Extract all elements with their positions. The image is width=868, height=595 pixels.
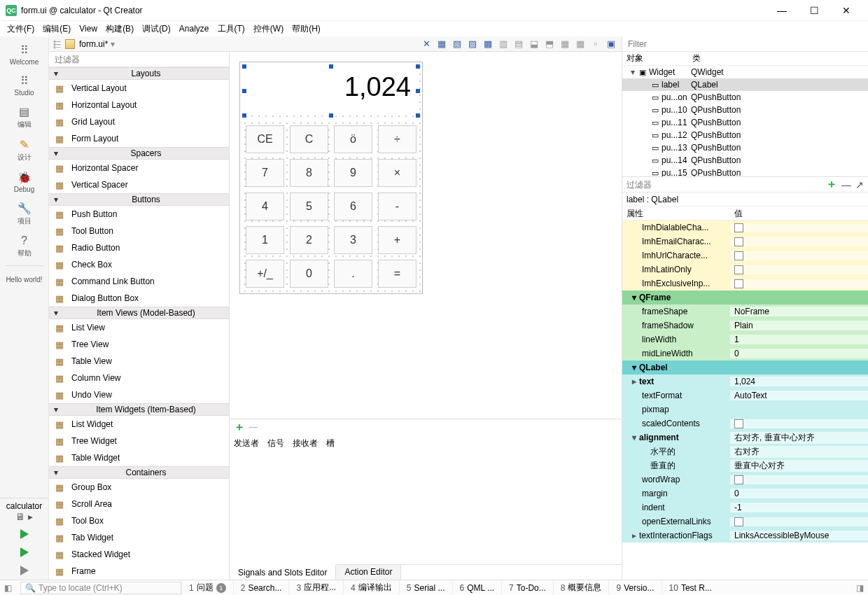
widget-item[interactable]: ▦Table View	[49, 353, 229, 370]
widget-item[interactable]: ▦List Widget	[49, 416, 229, 433]
widget-item[interactable]: ▦Tool Box	[49, 512, 229, 529]
widget-group[interactable]: ▾Item Views (Model-Based)	[49, 307, 229, 319]
property-row[interactable]: midLineWidth0	[622, 346, 868, 360]
object-row[interactable]: ▭pu...11QPushButton	[622, 116, 868, 129]
checkbox[interactable]	[734, 251, 743, 260]
run-debug-button[interactable]	[0, 543, 48, 561]
property-row[interactable]: ImhLatinOnly	[622, 262, 868, 276]
widget-group[interactable]: ▾Buttons	[49, 193, 229, 206]
menu-item[interactable]: Analyze	[179, 24, 209, 34]
checkbox[interactable]	[734, 237, 743, 246]
close-output-icon[interactable]: ◨	[852, 583, 868, 593]
property-row[interactable]: ▸text1,024	[622, 374, 868, 388]
property-row[interactable]: ImhEmailCharac...	[622, 234, 868, 248]
object-row[interactable]: ▭pu...15QPushButton	[622, 167, 868, 176]
maximize-button[interactable]: ☐	[798, 0, 830, 21]
widget-item[interactable]: ▦Table Widget	[49, 449, 229, 466]
menu-item[interactable]: 构建(B)	[106, 23, 134, 35]
calc-key[interactable]: 2	[290, 226, 328, 254]
calc-key[interactable]: 5	[290, 192, 328, 220]
widget-item[interactable]: ▦Vertical Spacer	[49, 176, 229, 193]
property-row[interactable]: ▸textInteractionFlagsLinksAccessibleByMo…	[622, 528, 868, 542]
locator-input[interactable]: 🔍 Type to locate (Ctrl+K)	[20, 582, 181, 594]
edit-buddies-icon[interactable]: ▨	[466, 38, 479, 50]
object-filter-input[interactable]	[622, 36, 868, 51]
widget-item[interactable]: ▦Tree Widget	[49, 433, 229, 449]
form-widget[interactable]: 1,024 CECö÷789×456-123++/_0.=	[239, 62, 423, 294]
calc-key[interactable]: +	[378, 226, 416, 254]
widget-item[interactable]: ▦Scroll Area	[49, 496, 229, 512]
property-row[interactable]: openExternalLinks	[622, 514, 868, 528]
back-icon[interactable]: ⬱	[53, 39, 61, 49]
calc-key[interactable]: 6	[334, 192, 372, 220]
layout-v-icon[interactable]: ▤	[512, 38, 525, 50]
widget-item[interactable]: ▦Push Button	[49, 206, 229, 223]
calc-key[interactable]: -	[378, 192, 416, 220]
widget-group[interactable]: ▾Layouts	[49, 67, 229, 80]
output-pane-tab[interactable]: 3 应用程...	[288, 580, 343, 595]
signal-column[interactable]: 接收者	[293, 438, 318, 449]
calc-key[interactable]: 4	[246, 192, 284, 220]
add-connection-button[interactable]: ＋	[234, 420, 245, 435]
calc-key[interactable]: C	[290, 125, 328, 153]
property-row[interactable]: 垂直的垂直中心对齐	[622, 458, 868, 472]
signal-column[interactable]: 发送者	[234, 438, 259, 449]
mode-项目[interactable]: 🔧项目	[0, 197, 49, 230]
output-pane-tab[interactable]: 9 Versio...	[608, 580, 661, 595]
widget-group[interactable]: ▾Containers	[49, 466, 229, 479]
property-row[interactable]: margin0	[622, 486, 868, 500]
prop-col-value[interactable]: 值	[730, 206, 868, 220]
object-inspector[interactable]: 对象 类 ▾▣WidgetQWidget▭labelQLabel▭pu...on…	[622, 52, 868, 176]
calc-key[interactable]: 0	[290, 260, 328, 288]
widgetbox-filter-input[interactable]	[49, 52, 229, 66]
widget-item[interactable]: ▦Undo View	[49, 386, 229, 403]
property-row[interactable]: textFormatAutoText	[622, 388, 868, 402]
widget-group[interactable]: ▾Spacers	[49, 147, 229, 160]
menu-item[interactable]: 编辑(E)	[43, 23, 71, 35]
property-row[interactable]: pixmap	[622, 402, 868, 416]
widget-item[interactable]: ▦Horizontal Spacer	[49, 160, 229, 176]
object-row[interactable]: ▭pu...onQPushButton	[622, 91, 868, 104]
property-row[interactable]: ImhDialableCha...	[622, 220, 868, 234]
property-row[interactable]: ImhUrlCharacte...	[622, 248, 868, 262]
property-row[interactable]: scaledContents	[622, 416, 868, 430]
property-row[interactable]: ▾alignment右对齐, 垂直中心对齐	[622, 430, 868, 444]
output-pane-tab[interactable]: 8 概要信息	[553, 580, 609, 595]
widget-item[interactable]: ▦Check Box	[49, 256, 229, 273]
obj-col-class[interactable]: 类	[688, 52, 868, 64]
property-row[interactable]: wordWrap	[622, 472, 868, 486]
checkbox[interactable]	[734, 265, 743, 274]
mode-studio[interactable]: ⠿Studio	[0, 70, 49, 101]
calc-key[interactable]: 9	[334, 159, 372, 187]
checkbox[interactable]	[734, 419, 743, 428]
output-pane-tab[interactable]: 5 Serial ...	[399, 580, 452, 595]
remove-connection-button[interactable]: —	[249, 422, 258, 432]
close-button[interactable]: ✕	[830, 0, 862, 21]
object-row[interactable]: ▭pu...12QPushButton	[622, 129, 868, 141]
edit-widgets-icon[interactable]: ▦	[435, 38, 448, 50]
property-row[interactable]: ImhExclusiveInp...	[622, 276, 868, 290]
mode-编辑[interactable]: ▤编辑	[0, 101, 49, 134]
mode-帮助[interactable]: ?帮助	[0, 230, 49, 262]
property-row[interactable]: indent-1	[622, 500, 868, 514]
document-name[interactable]: form.ui*	[79, 39, 108, 49]
obj-col-object[interactable]: 对象	[622, 52, 688, 64]
output-pane-tab[interactable]: 7 To-Do...	[501, 580, 553, 595]
object-row[interactable]: ▭pu...10QPushButton	[622, 104, 868, 116]
checkbox[interactable]	[734, 475, 743, 484]
calc-key[interactable]: 8	[290, 159, 328, 187]
output-pane-tab[interactable]: 2 Search...	[233, 580, 289, 595]
layout-vsplit-icon[interactable]: ⬒	[543, 38, 556, 50]
minimize-button[interactable]: —	[766, 0, 798, 21]
edit-tab-order-icon[interactable]: ▩	[482, 38, 494, 50]
widget-group[interactable]: ▾Item Widgets (Item-Based)	[49, 403, 229, 416]
menu-item[interactable]: 文件(F)	[7, 23, 34, 35]
mode-设计[interactable]: ✎设计	[0, 134, 49, 167]
widget-item[interactable]: ▦Tree View	[49, 336, 229, 353]
signal-column[interactable]: 槽	[326, 438, 335, 449]
property-group[interactable]: ▾QFrame	[622, 290, 868, 304]
build-button[interactable]	[0, 561, 48, 580]
object-row[interactable]: ▭pu...13QPushButton	[622, 141, 868, 154]
mode-debug[interactable]: 🐞Debug	[0, 167, 49, 197]
output-pane-tab[interactable]: 4 编译输出	[343, 580, 399, 595]
